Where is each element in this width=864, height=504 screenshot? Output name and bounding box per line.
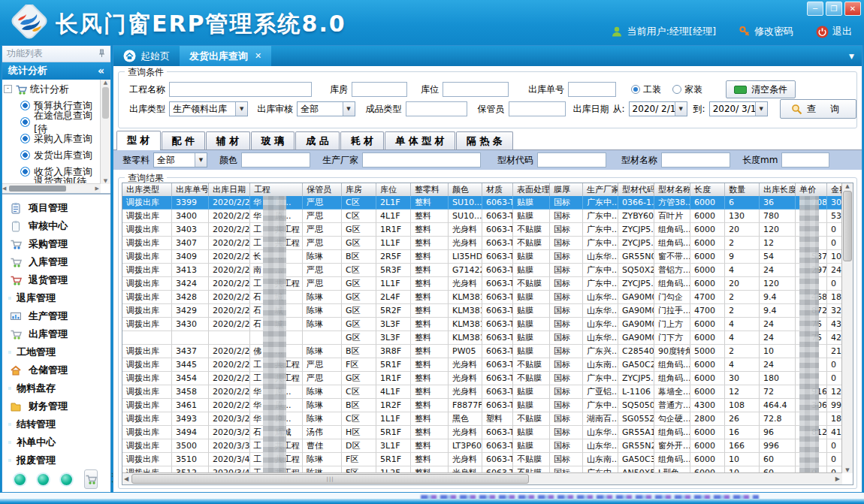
color-input[interactable] (241, 152, 310, 167)
sidebar-module[interactable]: 仓储管理 (2, 361, 110, 379)
dropdown-icon[interactable] (343, 102, 355, 116)
out-type-select[interactable]: 生产领料出库 (169, 101, 248, 116)
table-row[interactable]: 调拨出库34302020/2/26石城陈琳G区3L3F整料KLM38176063… (122, 318, 842, 331)
column-header[interactable]: 颜色 (449, 183, 482, 196)
sidebar-module[interactable]: 项目管理 (2, 199, 110, 217)
material-tab[interactable]: 隔 热 条 (456, 131, 513, 149)
sidebar-module[interactable]: 生产管理 (2, 307, 110, 325)
sidebar-group-header[interactable]: 统计分析 « (2, 62, 110, 80)
collapse-icon[interactable]: « (98, 65, 104, 77)
column-header[interactable]: 出库长度 (760, 183, 796, 196)
column-header[interactable]: 生产厂家 (583, 183, 618, 196)
table-row[interactable]: 调拨出库34292020/2/26石城陈琳G区5R2F整料KLM38176063… (122, 304, 842, 318)
date-to-picker[interactable]: 2020/ 3/16 (709, 101, 768, 116)
material-tab[interactable]: 成 品 (295, 131, 340, 149)
table-row[interactable]: 调拨出库34372020/2/27佛...陈琳B区3R8F整料PW056063-… (122, 345, 842, 358)
table-row[interactable]: 调拨出库34942020/3/2石辉城汤伟H区5R1F整料光身料6063-T5贴… (122, 426, 842, 439)
tree-root[interactable]: - 统计分析 (4, 81, 100, 98)
column-header[interactable]: 库房 (342, 183, 376, 196)
column-header[interactable]: 整零料 (411, 183, 449, 196)
table-row[interactable]: 调拨出库34282020/2/26石城陈琳G区2L4F整料KLM38176063… (122, 291, 842, 304)
material-tab[interactable]: 耗 材 (340, 131, 385, 149)
column-header[interactable]: 膜厚 (550, 183, 583, 196)
tab-home[interactable]: 起始页 (113, 46, 180, 66)
table-row[interactable]: 调拨出库34072020/2/25工共工程严思G区1L1F整料光身料6063-T… (122, 237, 842, 250)
column-header[interactable]: 出库日期 (209, 183, 250, 196)
tree-item[interactable]: 采购入库查询 (4, 131, 100, 147)
table-row[interactable]: 调拨出库35002020/3/3工共工程曹佳D区3L1F整料LT3P606063… (122, 439, 842, 453)
column-header[interactable]: 材质 (482, 183, 513, 196)
tab-shipment-query[interactable]: 发货出库查询 ✕ (180, 46, 271, 66)
tree-item[interactable]: 在途信息查询[待 (4, 114, 100, 131)
table-row[interactable]: G区3L3F整料KLM38176063-T5贴膜国标山东华...GA90M09.… (122, 331, 842, 345)
sidebar-module[interactable]: 审核中心 (2, 217, 110, 235)
table-row[interactable]: 调拨出库34612020/2/28华原...陈琳B区1R2F整料F8877FT6… (122, 399, 842, 412)
column-header[interactable]: 库位 (376, 183, 411, 196)
maker-input[interactable] (362, 152, 481, 167)
column-header[interactable]: 表面处理 (513, 183, 550, 196)
maximize-button[interactable]: ❐ (826, 2, 842, 16)
column-header[interactable]: 出库单号 (172, 183, 209, 196)
results-horizontal-scrollbar[interactable]: ◀|||▶ (122, 472, 842, 484)
module-dot-icon[interactable] (38, 474, 49, 485)
sidebar-module[interactable]: 物料盘存 (2, 379, 110, 397)
sidebar-module[interactable]: 财务管理 (2, 397, 110, 415)
project-name-input[interactable] (169, 82, 312, 97)
material-tab[interactable]: 辅 材 (206, 131, 250, 149)
column-header[interactable]: 出库类型 (122, 183, 172, 196)
sidebar-module[interactable]: 补单中心 (2, 433, 110, 451)
material-tab[interactable]: 玻 璃 (251, 131, 295, 149)
cart-shortcut-button[interactable] (84, 469, 98, 489)
dropdown-icon[interactable] (675, 102, 687, 116)
sidebar-module[interactable]: 采购管理 (2, 235, 110, 253)
whole-piece-select[interactable]: 全部 (153, 152, 207, 167)
location-input[interactable] (443, 82, 509, 97)
column-header[interactable]: 型材名称 (654, 183, 690, 196)
keeper-input[interactable] (509, 101, 566, 116)
table-row[interactable]: 调拨出库34132020/2/26南...严思C区5R3F整料G71422606… (122, 264, 842, 277)
tree-expander-icon[interactable]: - (4, 85, 12, 93)
length-input[interactable] (781, 152, 829, 167)
clear-conditions-button[interactable]: 清空条件 (726, 80, 796, 98)
sidebar-module[interactable]: 退货管理 (2, 271, 110, 289)
table-row[interactable]: 调拨出库34542020/2/28工共工程严思G区1R1F整料光身料6063-T… (122, 372, 842, 385)
column-header[interactable]: 工程 (250, 183, 303, 196)
sidebar-module[interactable]: 工地管理 (2, 343, 110, 361)
warehouse-input[interactable] (352, 82, 407, 97)
profile-name-input[interactable] (661, 152, 730, 167)
profile-code-input[interactable] (537, 152, 606, 167)
sidebar-module[interactable]: 结转管理 (2, 415, 110, 433)
column-header[interactable]: 型材代码 (618, 183, 654, 196)
dropdown-icon[interactable] (235, 102, 247, 116)
table-row[interactable]: 调拨出库34242020/2/26工共工程严思G区1L1F整料光身料6063-T… (122, 277, 842, 291)
sidebar-module[interactable]: 退库管理 (2, 289, 110, 307)
date-from-picker[interactable]: 2020/ 2/16 (629, 101, 687, 116)
material-tab[interactable]: 配 件 (162, 131, 206, 149)
material-tab[interactable]: 型 材 (116, 131, 161, 150)
table-row[interactable]: 调拨出库35102020/3/4工共工程陈琳F区5R1F整料光身料6063-T5… (122, 453, 842, 466)
module-dot-icon[interactable] (61, 474, 72, 485)
table-row[interactable]: 调拨出库34032020/2/25工共工程严思G区1R1F整料光身料6063-T… (122, 223, 842, 237)
dropdown-icon[interactable] (755, 102, 767, 116)
change-password-button[interactable]: 修改密码 (739, 25, 793, 38)
table-row[interactable]: 调拨出库34582020/2/28华原...陈琳C区4L1F整料光身料6063-… (122, 385, 842, 399)
out-no-input[interactable] (568, 82, 616, 97)
table-row[interactable]: 调拨出库34002020/2/25华原...严思C区4L1F整料SU10...6… (122, 210, 842, 223)
radio-work-clothing[interactable] (631, 85, 640, 94)
product-type-input[interactable] (406, 101, 467, 116)
tab-close-icon[interactable]: ✕ (255, 51, 261, 61)
tree-item[interactable]: 发货出库查询 (4, 147, 100, 164)
results-vertical-scrollbar[interactable]: ▲▼ (841, 183, 853, 473)
table-row[interactable]: 调拨出库34452020/2/27工共工程严思F区5R1F整料光身料6063-T… (122, 358, 842, 372)
tab-overflow-icon[interactable]: ▼ (849, 53, 862, 60)
sidebar-module[interactable]: 报废管理 (2, 451, 110, 469)
minimize-button[interactable]: ─ (807, 2, 823, 16)
tree-vertical-scrollbar[interactable]: ▲▼ (100, 80, 110, 184)
column-header[interactable]: 长度 (690, 183, 725, 196)
sidebar-module[interactable]: 入库管理 (2, 253, 110, 271)
pin-icon[interactable] (98, 49, 106, 58)
audit-select[interactable]: 全部 (297, 101, 355, 116)
tree-horizontal-scrollbar[interactable]: ◀▶ (2, 183, 101, 193)
close-button[interactable]: ✕ (844, 2, 861, 16)
module-dot-icon[interactable] (14, 474, 26, 485)
